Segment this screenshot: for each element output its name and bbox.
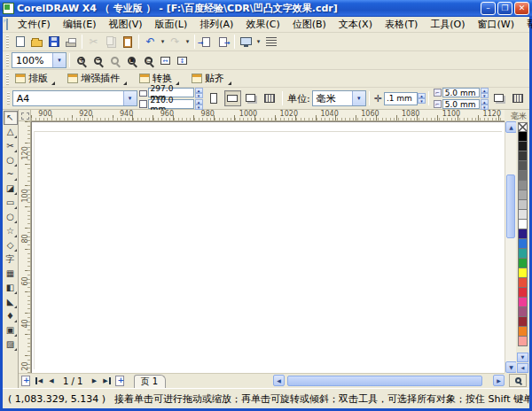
paper-width-spinner[interactable]: ▴▾ — [195, 88, 203, 98]
interactive-fill-tool[interactable]: ▨ — [4, 337, 18, 352]
minimize-button[interactable]: – — [481, 2, 496, 15]
spin-down-icon[interactable]: ▾ — [195, 105, 203, 110]
toolbar-grip[interactable] — [6, 35, 9, 48]
palette-color-13[interactable] — [518, 249, 528, 259]
ellipse-tool[interactable]: ○ — [4, 210, 18, 224]
vertical-scrollbar[interactable]: ▲ ▼ — [505, 121, 516, 373]
palette-color-8[interactable] — [518, 200, 528, 210]
plugin-typesetting-button[interactable]: 排版 — [12, 71, 59, 86]
horizontal-scroll-thumb[interactable] — [287, 376, 482, 386]
undo-dropdown[interactable]: ▾ — [159, 34, 167, 50]
menu-item-arrange[interactable]: 排列(A) — [193, 16, 239, 33]
palette-color-19[interactable] — [518, 307, 528, 317]
first-page-button[interactable]: ◀ — [33, 375, 45, 387]
palette-color-11[interactable] — [518, 229, 528, 239]
app-launcher-dropdown[interactable]: ▾ — [254, 34, 262, 50]
palette-color-1[interactable] — [518, 132, 528, 142]
outline-tool[interactable]: ♦ — [4, 309, 18, 323]
navigator-button[interactable] — [509, 374, 527, 387]
zoom-all-objects-button[interactable]: ▪ — [123, 52, 140, 68]
palette-color-2[interactable] — [518, 142, 528, 151]
landscape-button[interactable] — [224, 90, 241, 106]
import-button[interactable] — [198, 34, 215, 50]
drawing-canvas[interactable] — [31, 121, 505, 373]
palette-color-17[interactable] — [518, 288, 528, 298]
menu-item-bitmaps[interactable]: 位图(B) — [286, 16, 332, 33]
previous-page-button[interactable]: ◀ — [45, 375, 58, 387]
page-tab[interactable]: 页 1 — [134, 375, 166, 388]
blend-tool[interactable]: ◧ — [4, 281, 18, 295]
palette-scroll-down-button[interactable]: ▼ — [517, 353, 528, 362]
spin-down-icon[interactable]: ▾ — [418, 98, 426, 104]
units-combo[interactable]: 毫米 ▾ — [312, 90, 366, 106]
palette-color-20[interactable] — [518, 317, 528, 327]
palette-color-16[interactable] — [518, 278, 528, 288]
smart-fill-tool[interactable]: ◪ — [4, 182, 18, 196]
portrait-button[interactable] — [206, 90, 223, 106]
fill-tool[interactable]: ▣ — [4, 323, 18, 337]
combo-arrow-icon[interactable]: ▾ — [123, 91, 137, 105]
scroll-left-button[interactable]: ◀ — [273, 375, 285, 386]
palette-expand-button[interactable]: ◀ — [517, 363, 528, 373]
scroll-right-button[interactable]: ▶ — [493, 375, 505, 386]
combo-arrow-icon[interactable]: ▾ — [52, 53, 66, 67]
palette-no-color[interactable] — [518, 122, 528, 132]
crop-tool[interactable]: ✂ — [4, 139, 18, 153]
duplicate-x-field[interactable]: 5.0 mm — [442, 88, 480, 97]
duplicate-x-spinner[interactable]: ▴▾ — [481, 88, 489, 98]
palette-color-18[interactable] — [518, 298, 528, 307]
nudge-offset-field[interactable]: .1 mm — [384, 92, 418, 105]
all-pages-button[interactable] — [243, 90, 260, 106]
zoom-page-button[interactable]: ▭ — [140, 52, 157, 68]
menu-item-view[interactable]: 视图(V) — [102, 16, 148, 33]
paper-height-spinner[interactable]: ▴▾ — [195, 99, 203, 110]
export-button[interactable] — [215, 34, 231, 50]
palette-color-4[interactable] — [518, 161, 528, 171]
table-tool[interactable]: ▦ — [4, 267, 18, 281]
freehand-tool[interactable]: ~ — [4, 167, 18, 182]
palette-color-21[interactable] — [518, 327, 528, 337]
palette-color-7[interactable] — [518, 190, 528, 200]
redo-dropdown[interactable]: ▾ — [184, 34, 192, 50]
menu-item-window[interactable]: 窗口(W) — [472, 16, 520, 33]
print-button[interactable] — [62, 34, 79, 50]
palette-color-3[interactable] — [518, 151, 528, 161]
spin-down-icon[interactable]: ▾ — [481, 93, 489, 98]
current-page-button[interactable] — [262, 90, 278, 106]
toolbar-grip[interactable] — [6, 54, 9, 66]
palette-color-6[interactable] — [518, 181, 528, 190]
add-page-button-2[interactable] — [115, 376, 124, 386]
menu-item-text[interactable]: 文本(X) — [332, 16, 379, 33]
zoom-page-height-button[interactable]: ↕ — [174, 52, 191, 68]
add-page-button[interactable] — [21, 376, 30, 386]
zoom-tool[interactable]: ○ — [4, 153, 18, 167]
paste-button[interactable] — [119, 34, 136, 50]
palette-color-12[interactable] — [518, 239, 528, 249]
restore-button[interactable]: ❐ — [497, 2, 512, 15]
ruler-origin-button[interactable] — [19, 110, 31, 121]
zoom-out-button[interactable]: − — [90, 52, 106, 68]
shape-tool[interactable]: △ — [4, 125, 18, 139]
zoom-level-combo[interactable]: 100% ▾ — [12, 52, 66, 68]
toolbar-grip[interactable] — [7, 92, 10, 105]
treat-as-filled-button[interactable] — [510, 90, 527, 106]
open-button[interactable] — [28, 34, 45, 50]
nudge-spinner[interactable]: ▴▾ — [418, 93, 426, 104]
palette-color-5[interactable] — [518, 171, 528, 181]
text-tool[interactable]: 字 — [4, 252, 18, 267]
paper-height-field[interactable]: 210.0 mm — [148, 99, 194, 109]
zoom-page-width-button[interactable]: ↔ — [157, 52, 174, 68]
duplicate-y-field[interactable]: 5.0 mm — [442, 99, 480, 109]
pick-tool[interactable]: ↖ — [4, 111, 18, 125]
menu-item-help[interactable]: 帮助(H) — [520, 16, 532, 33]
basic-shapes-tool[interactable]: ◇ — [4, 238, 18, 252]
duplicate-y-spinner[interactable]: ▴▾ — [481, 99, 489, 110]
menu-item-layout[interactable]: 版面(L) — [149, 16, 194, 33]
palette-color-15[interactable] — [518, 268, 528, 278]
spin-down-icon[interactable]: ▾ — [195, 93, 203, 98]
save-button[interactable] — [45, 34, 62, 50]
plugin-enhanced-plugins-button[interactable]: 增强插件 — [64, 71, 130, 86]
horizontal-ruler[interactable]: 9009209409609801000102010401060108011001… — [31, 110, 505, 121]
plugin-convert-button[interactable]: 转换 — [136, 71, 183, 86]
palette-color-22[interactable] — [518, 337, 528, 346]
